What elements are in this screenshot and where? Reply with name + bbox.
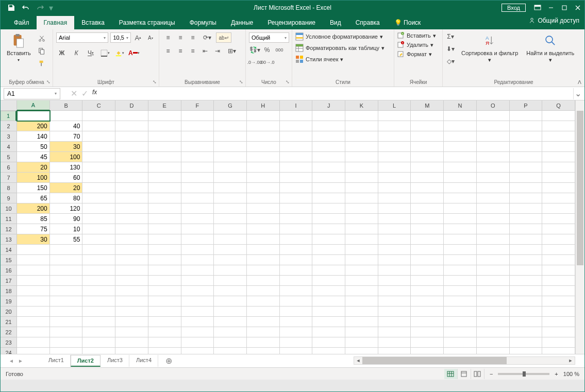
cancel-formula-icon[interactable]: ✕ <box>71 89 77 98</box>
cell[interactable] <box>115 111 148 121</box>
cell[interactable] <box>17 276 50 286</box>
cell[interactable] <box>181 214 214 224</box>
cell[interactable] <box>378 255 411 265</box>
cell[interactable] <box>542 203 575 214</box>
cell[interactable] <box>444 286 477 296</box>
cell[interactable] <box>477 317 510 327</box>
cell[interactable] <box>115 327 148 337</box>
cell[interactable] <box>477 337 510 348</box>
cell[interactable] <box>542 152 575 162</box>
cell[interactable] <box>115 234 148 245</box>
cell[interactable]: 140 <box>17 131 50 142</box>
cell[interactable] <box>312 337 345 348</box>
column-header[interactable]: C <box>82 100 115 110</box>
cell[interactable] <box>542 142 575 152</box>
cell[interactable] <box>345 142 378 152</box>
cell[interactable] <box>345 296 378 306</box>
column-header[interactable]: O <box>477 100 510 110</box>
vscroll-thumb[interactable] <box>577 111 583 265</box>
align-center-icon[interactable]: ≡ <box>175 46 186 56</box>
autosum-icon[interactable]: Σ▾ <box>445 31 456 42</box>
cell[interactable] <box>214 276 247 286</box>
cell[interactable] <box>280 245 313 255</box>
accounting-format-icon[interactable]: 💱▾ <box>249 45 260 55</box>
clear-icon[interactable]: ◇▾ <box>445 56 456 66</box>
cell[interactable] <box>411 193 444 203</box>
number-format-select[interactable]: Общий▾ <box>249 32 289 43</box>
cell[interactable] <box>411 337 444 348</box>
cell[interactable]: 200 <box>17 203 50 214</box>
cell[interactable] <box>510 224 543 234</box>
cell[interactable] <box>411 255 444 265</box>
cell[interactable] <box>411 173 444 183</box>
row-header[interactable]: 22 <box>1 327 16 337</box>
expand-formula-bar-icon[interactable]: ⌄ <box>573 88 582 99</box>
cell[interactable] <box>345 337 378 348</box>
cell[interactable] <box>148 162 181 173</box>
cell[interactable] <box>542 255 575 265</box>
column-header[interactable]: M <box>411 100 444 110</box>
cell[interactable] <box>345 234 378 245</box>
cell[interactable] <box>181 296 214 306</box>
cell[interactable] <box>510 286 543 296</box>
cell[interactable] <box>181 111 214 121</box>
cell[interactable] <box>247 255 280 265</box>
cell[interactable] <box>312 203 345 214</box>
cell[interactable] <box>115 265 148 276</box>
font-dialog-launcher[interactable]: ⤡ <box>153 79 157 84</box>
cell[interactable] <box>181 234 214 245</box>
cell[interactable] <box>345 276 378 286</box>
row-header[interactable]: 3 <box>1 131 16 142</box>
cell[interactable] <box>510 337 543 348</box>
select-all-corner[interactable] <box>1 100 17 111</box>
cell[interactable] <box>444 337 477 348</box>
cell[interactable] <box>345 327 378 337</box>
cell[interactable]: 200 <box>17 121 50 131</box>
cell[interactable] <box>542 193 575 203</box>
increase-indent-icon[interactable]: ⇥ <box>212 46 223 56</box>
tab-formulas[interactable]: Формулы <box>182 16 224 29</box>
cell[interactable] <box>510 265 543 276</box>
paste-button[interactable]: Вставить▾ <box>4 31 34 64</box>
cell[interactable] <box>312 286 345 296</box>
cell[interactable] <box>542 234 575 245</box>
row-header[interactable]: 15 <box>1 255 16 265</box>
cell[interactable] <box>148 276 181 286</box>
cell[interactable] <box>542 121 575 131</box>
cell[interactable] <box>411 276 444 286</box>
cell[interactable] <box>82 234 115 245</box>
cell[interactable] <box>312 296 345 306</box>
cell[interactable] <box>214 193 247 203</box>
cell[interactable] <box>214 317 247 327</box>
name-box[interactable]: A1▾ <box>4 88 60 99</box>
cell[interactable]: 100 <box>50 152 83 162</box>
cell[interactable] <box>477 286 510 296</box>
cell[interactable] <box>82 286 115 296</box>
cell[interactable]: 55 <box>50 234 83 245</box>
cell[interactable] <box>510 296 543 306</box>
cell[interactable] <box>115 142 148 152</box>
cell[interactable] <box>115 152 148 162</box>
tab-file[interactable]: Файл <box>7 16 37 29</box>
cell[interactable] <box>115 203 148 214</box>
cell[interactable] <box>378 152 411 162</box>
find-select-button[interactable]: Найти и выделить▾ <box>523 31 577 64</box>
tab-data[interactable]: Данные <box>224 16 260 29</box>
row-header[interactable]: 8 <box>1 183 16 193</box>
row-header[interactable]: 23 <box>1 337 16 348</box>
cell[interactable] <box>280 193 313 203</box>
cell[interactable] <box>542 296 575 306</box>
italic-button[interactable]: К <box>71 48 82 58</box>
fill-icon[interactable]: ⬇▾ <box>445 44 456 54</box>
cell[interactable] <box>280 286 313 296</box>
column-header[interactable]: N <box>444 100 477 110</box>
cell[interactable] <box>444 203 477 214</box>
column-header[interactable]: L <box>378 100 411 110</box>
cell[interactable] <box>247 276 280 286</box>
insert-cells-button[interactable]: +Вставить▾ <box>396 31 436 40</box>
row-header[interactable]: 17 <box>1 276 16 286</box>
cell[interactable] <box>247 214 280 224</box>
cell[interactable] <box>542 337 575 348</box>
cell[interactable] <box>378 234 411 245</box>
cell[interactable] <box>444 142 477 152</box>
